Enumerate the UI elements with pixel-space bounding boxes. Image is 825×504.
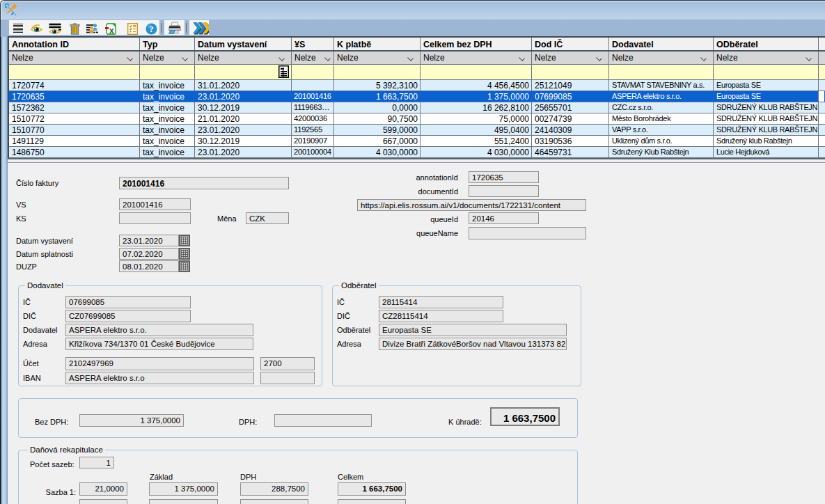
svg-text:x: x	[109, 26, 114, 36]
svg-text:?: ?	[149, 24, 154, 34]
